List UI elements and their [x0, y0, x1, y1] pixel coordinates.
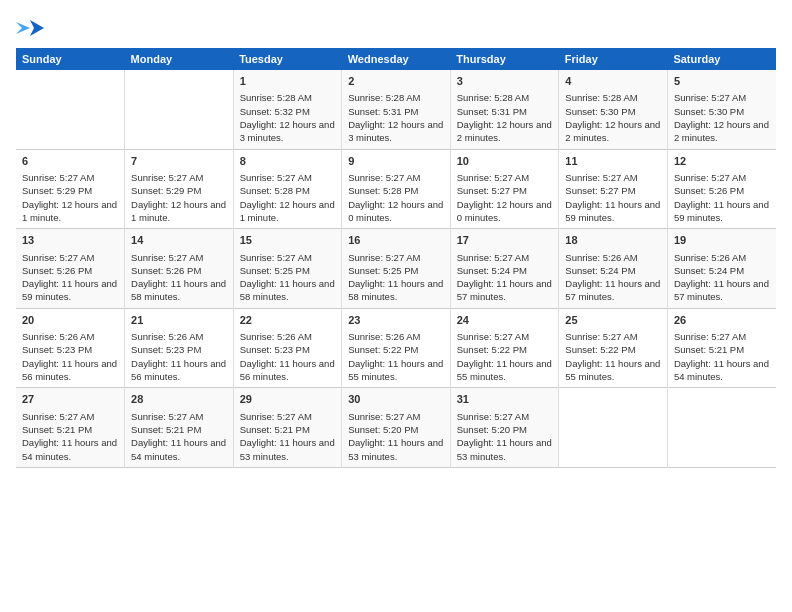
- calendar-cell: 19Sunrise: 5:26 AMSunset: 5:24 PMDayligh…: [667, 229, 776, 309]
- day-info: Daylight: 12 hours and 2 minutes.: [565, 118, 661, 145]
- calendar-cell: 25Sunrise: 5:27 AMSunset: 5:22 PMDayligh…: [559, 308, 668, 388]
- weekday-header-cell: Sunday: [16, 48, 125, 70]
- calendar-cell: 5Sunrise: 5:27 AMSunset: 5:30 PMDaylight…: [667, 70, 776, 149]
- calendar-cell: 1Sunrise: 5:28 AMSunset: 5:32 PMDaylight…: [233, 70, 342, 149]
- day-info: Daylight: 12 hours and 2 minutes.: [674, 118, 770, 145]
- day-number: 1: [240, 74, 336, 89]
- calendar-week-row: 27Sunrise: 5:27 AMSunset: 5:21 PMDayligh…: [16, 388, 776, 468]
- calendar-week-row: 13Sunrise: 5:27 AMSunset: 5:26 PMDayligh…: [16, 229, 776, 309]
- day-info: Daylight: 12 hours and 0 minutes.: [457, 198, 553, 225]
- calendar-cell: 17Sunrise: 5:27 AMSunset: 5:24 PMDayligh…: [450, 229, 559, 309]
- day-number: 20: [22, 313, 118, 328]
- day-number: 12: [674, 154, 770, 169]
- day-info: Daylight: 12 hours and 0 minutes.: [348, 198, 444, 225]
- day-info: Daylight: 11 hours and 54 minutes.: [131, 436, 227, 463]
- day-number: 28: [131, 392, 227, 407]
- day-info: Sunset: 5:21 PM: [240, 423, 336, 436]
- calendar-cell: [125, 70, 234, 149]
- day-info: Sunset: 5:24 PM: [674, 264, 770, 277]
- day-info: Daylight: 11 hours and 53 minutes.: [348, 436, 444, 463]
- weekday-header-row: SundayMondayTuesdayWednesdayThursdayFrid…: [16, 48, 776, 70]
- day-info: Sunset: 5:30 PM: [565, 105, 661, 118]
- day-info: Sunrise: 5:27 AM: [131, 410, 227, 423]
- day-info: Sunset: 5:21 PM: [22, 423, 118, 436]
- day-info: Sunset: 5:26 PM: [674, 184, 770, 197]
- day-info: Daylight: 11 hours and 54 minutes.: [22, 436, 118, 463]
- day-info: Sunset: 5:29 PM: [22, 184, 118, 197]
- day-number: 2: [348, 74, 444, 89]
- day-info: Sunset: 5:21 PM: [131, 423, 227, 436]
- day-info: Daylight: 12 hours and 3 minutes.: [348, 118, 444, 145]
- day-info: Sunrise: 5:27 AM: [131, 251, 227, 264]
- weekday-header-cell: Monday: [125, 48, 234, 70]
- day-info: Sunset: 5:26 PM: [131, 264, 227, 277]
- day-info: Sunset: 5:20 PM: [457, 423, 553, 436]
- calendar-cell: 12Sunrise: 5:27 AMSunset: 5:26 PMDayligh…: [667, 149, 776, 229]
- page-header: [16, 16, 776, 40]
- weekday-header-cell: Saturday: [667, 48, 776, 70]
- day-info: Sunset: 5:23 PM: [22, 343, 118, 356]
- day-info: Daylight: 11 hours and 54 minutes.: [674, 357, 770, 384]
- day-number: 31: [457, 392, 553, 407]
- day-info: Sunset: 5:25 PM: [240, 264, 336, 277]
- day-info: Sunrise: 5:27 AM: [240, 171, 336, 184]
- day-info: Sunrise: 5:26 AM: [240, 330, 336, 343]
- calendar-cell: 8Sunrise: 5:27 AMSunset: 5:28 PMDaylight…: [233, 149, 342, 229]
- day-number: 10: [457, 154, 553, 169]
- calendar-cell: 7Sunrise: 5:27 AMSunset: 5:29 PMDaylight…: [125, 149, 234, 229]
- day-number: 18: [565, 233, 661, 248]
- day-number: 17: [457, 233, 553, 248]
- day-info: Daylight: 12 hours and 1 minute.: [240, 198, 336, 225]
- calendar-cell: 31Sunrise: 5:27 AMSunset: 5:20 PMDayligh…: [450, 388, 559, 468]
- day-number: 15: [240, 233, 336, 248]
- day-info: Daylight: 11 hours and 58 minutes.: [348, 277, 444, 304]
- day-info: Sunset: 5:30 PM: [674, 105, 770, 118]
- day-info: Sunrise: 5:27 AM: [22, 251, 118, 264]
- day-number: 5: [674, 74, 770, 89]
- day-number: 7: [131, 154, 227, 169]
- day-info: Sunrise: 5:26 AM: [565, 251, 661, 264]
- calendar-cell: 30Sunrise: 5:27 AMSunset: 5:20 PMDayligh…: [342, 388, 451, 468]
- calendar-cell: 21Sunrise: 5:26 AMSunset: 5:23 PMDayligh…: [125, 308, 234, 388]
- day-info: Daylight: 11 hours and 59 minutes.: [22, 277, 118, 304]
- calendar-cell: 4Sunrise: 5:28 AMSunset: 5:30 PMDaylight…: [559, 70, 668, 149]
- day-info: Sunrise: 5:27 AM: [457, 410, 553, 423]
- day-number: 26: [674, 313, 770, 328]
- calendar-week-row: 1Sunrise: 5:28 AMSunset: 5:32 PMDaylight…: [16, 70, 776, 149]
- day-info: Daylight: 12 hours and 3 minutes.: [240, 118, 336, 145]
- calendar-cell: 2Sunrise: 5:28 AMSunset: 5:31 PMDaylight…: [342, 70, 451, 149]
- day-info: Sunset: 5:22 PM: [457, 343, 553, 356]
- day-info: Daylight: 11 hours and 59 minutes.: [565, 198, 661, 225]
- day-info: Daylight: 11 hours and 53 minutes.: [457, 436, 553, 463]
- day-info: Sunrise: 5:27 AM: [674, 330, 770, 343]
- svg-marker-1: [16, 22, 30, 34]
- day-info: Sunrise: 5:27 AM: [240, 410, 336, 423]
- day-info: Sunrise: 5:27 AM: [22, 410, 118, 423]
- calendar-cell: 22Sunrise: 5:26 AMSunset: 5:23 PMDayligh…: [233, 308, 342, 388]
- day-info: Sunrise: 5:27 AM: [348, 410, 444, 423]
- day-number: 25: [565, 313, 661, 328]
- day-info: Daylight: 11 hours and 58 minutes.: [131, 277, 227, 304]
- day-info: Sunset: 5:31 PM: [457, 105, 553, 118]
- day-info: Daylight: 11 hours and 55 minutes.: [565, 357, 661, 384]
- day-info: Sunrise: 5:27 AM: [348, 251, 444, 264]
- day-info: Sunrise: 5:26 AM: [22, 330, 118, 343]
- weekday-header-cell: Thursday: [450, 48, 559, 70]
- day-info: Sunrise: 5:27 AM: [457, 171, 553, 184]
- calendar-cell: [16, 70, 125, 149]
- day-info: Daylight: 11 hours and 57 minutes.: [674, 277, 770, 304]
- day-info: Daylight: 11 hours and 56 minutes.: [131, 357, 227, 384]
- calendar-cell: 18Sunrise: 5:26 AMSunset: 5:24 PMDayligh…: [559, 229, 668, 309]
- day-info: Sunset: 5:26 PM: [22, 264, 118, 277]
- day-number: 19: [674, 233, 770, 248]
- day-info: Sunset: 5:28 PM: [240, 184, 336, 197]
- day-info: Sunrise: 5:27 AM: [131, 171, 227, 184]
- day-number: 4: [565, 74, 661, 89]
- day-info: Sunset: 5:29 PM: [131, 184, 227, 197]
- logo-icon: [16, 16, 44, 40]
- calendar-cell: 24Sunrise: 5:27 AMSunset: 5:22 PMDayligh…: [450, 308, 559, 388]
- day-info: Sunrise: 5:28 AM: [348, 91, 444, 104]
- weekday-header-cell: Wednesday: [342, 48, 451, 70]
- day-info: Sunset: 5:24 PM: [457, 264, 553, 277]
- day-info: Sunrise: 5:27 AM: [674, 91, 770, 104]
